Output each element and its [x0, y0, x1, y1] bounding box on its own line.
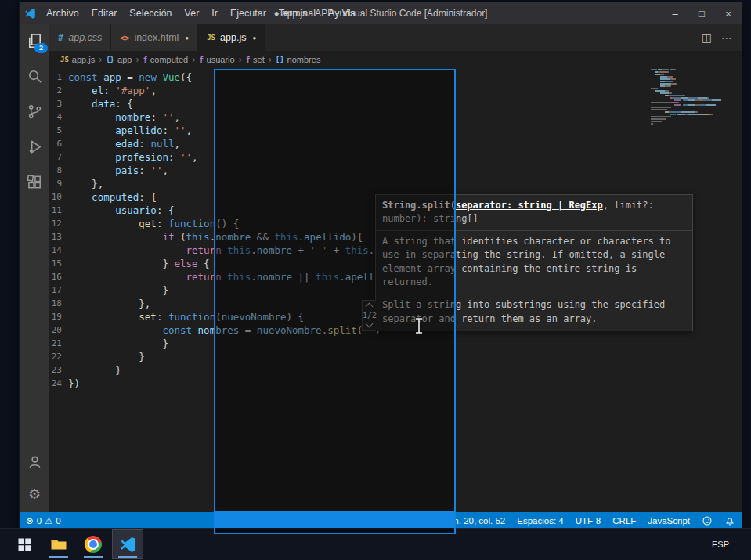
line-number: 5 — [49, 124, 68, 137]
menu-archivo[interactable]: Archivo — [40, 2, 85, 24]
breadcrumb-label: nombres — [287, 55, 321, 64]
minimap-line — [651, 102, 732, 103]
line-number: 21 — [49, 337, 68, 350]
code-text: }, — [68, 177, 103, 190]
error-count: 0 — [37, 516, 42, 526]
minimap-line — [651, 123, 732, 125]
minimap-line — [651, 114, 732, 115]
line-number: 16 — [49, 270, 68, 284]
code-text: apellido: '', — [68, 124, 192, 137]
line-number: 3 — [49, 97, 68, 110]
line-number: 7 — [49, 150, 68, 164]
problems-indicator[interactable]: ⊗ 0 ⚠ 0 — [26, 515, 61, 526]
breadcrumb-item-app-js[interactable]: JSapp.js — [60, 55, 95, 64]
code-text: }) — [68, 377, 80, 390]
code-text: computed: { — [68, 190, 157, 204]
breadcrumb-item-usuario[interactable]: ƒusuario — [199, 55, 235, 64]
more-actions-icon[interactable]: ⋯ — [721, 31, 732, 44]
code-text: }, — [68, 297, 150, 310]
menu-terminal[interactable]: Terminal — [273, 2, 322, 24]
notifications-bell-icon[interactable] — [724, 515, 735, 526]
symbol-file-icon: JS — [60, 56, 69, 63]
tab-index-html[interactable]: <>index.html● — [111, 24, 198, 51]
search-icon[interactable] — [24, 66, 45, 86]
chrome-icon[interactable] — [78, 530, 108, 558]
code-text: profesion: '', — [68, 150, 198, 164]
keyboard-language[interactable]: ESP — [707, 537, 734, 552]
menu-editar[interactable]: Editar — [85, 2, 124, 24]
line-number: 13 — [49, 230, 68, 244]
code-text: } — [68, 363, 121, 377]
breadcrumb-item-nombres[interactable]: []nombres — [276, 55, 321, 64]
start-button[interactable] — [9, 530, 39, 558]
code-text: const app = new Vue({ — [68, 70, 192, 84]
code-text: data: { — [68, 97, 133, 110]
js-file-icon: JS — [207, 34, 215, 42]
feedback-smiley-icon[interactable] — [702, 515, 713, 526]
code-text: usuario: { — [68, 204, 174, 217]
account-icon[interactable] — [24, 451, 45, 471]
split-editor-icon[interactable]: ◫ — [702, 31, 712, 44]
menu-ayuda[interactable]: Ayuda — [322, 2, 362, 24]
minimap-line — [651, 97, 732, 99]
settings-gear-icon[interactable]: ⚙ — [24, 484, 45, 504]
file-explorer-icon[interactable] — [44, 530, 74, 558]
explorer-icon[interactable]: 2 — [24, 31, 45, 51]
minimap-line — [651, 116, 732, 117]
breadcrumb-label: app.js — [72, 55, 95, 64]
minimap-line — [651, 81, 732, 82]
modified-dot-icon: ● — [252, 34, 256, 42]
indentation[interactable]: Espacios: 4 — [517, 516, 563, 526]
menu-selecci-n[interactable]: Selección — [123, 2, 178, 24]
minimap-line — [651, 71, 732, 73]
menu-ir[interactable]: Ir — [205, 2, 224, 24]
run-debug-icon[interactable] — [24, 136, 45, 157]
minimize-button[interactable]: – — [662, 2, 688, 24]
screen-region-overlay — [214, 69, 456, 534]
vscode-taskbar-icon[interactable] — [113, 530, 143, 558]
line-number: 18 — [49, 297, 68, 310]
line-number: 24 — [49, 377, 68, 390]
running-indicator — [84, 556, 103, 558]
eol-sequence[interactable]: CRLF — [612, 516, 636, 526]
code-text: pais: '', — [68, 164, 168, 177]
breadcrumb: JSapp.js›{}app›ƒcomputed›ƒusuario›ƒset›[… — [49, 51, 742, 67]
tab-app-css[interactable]: #app.css — [49, 24, 111, 51]
extensions-icon[interactable] — [24, 172, 45, 192]
minimap-line — [651, 118, 732, 120]
line-number: 23 — [49, 363, 68, 377]
menu-ejecutar[interactable]: Ejecutar — [224, 2, 273, 24]
tab-app-js[interactable]: JSapp.js● — [198, 24, 265, 51]
breadcrumb-label: usuario — [207, 55, 235, 64]
minimap-line — [651, 90, 732, 92]
chevron-right-icon: › — [135, 54, 139, 65]
menu-ver[interactable]: Ver — [179, 2, 206, 24]
menu-bar: ArchivoEditarSelecciónVerIrEjecutarTermi… — [40, 2, 362, 24]
line-number: 8 — [49, 164, 68, 177]
breadcrumb-item-set[interactable]: ƒset — [246, 55, 265, 64]
maximize-button[interactable]: □ — [688, 2, 715, 24]
breadcrumb-item-computed[interactable]: ƒcomputed — [143, 55, 188, 64]
line-number: 4 — [49, 110, 68, 124]
encoding[interactable]: UTF-8 — [576, 516, 601, 526]
language-mode[interactable]: JavaScript — [648, 516, 690, 526]
line-number: 10 — [49, 190, 68, 204]
close-button[interactable]: × — [715, 2, 742, 24]
tab-label: app.js — [220, 32, 246, 43]
code-text: edad: null, — [68, 137, 180, 150]
tab-bar: #app.css<>index.html●JSapp.js● ◫ ⋯ — [49, 24, 742, 51]
running-indicator — [49, 556, 68, 558]
breadcrumb-label: app — [117, 55, 132, 64]
source-control-icon[interactable] — [24, 101, 45, 121]
line-number: 20 — [49, 323, 68, 337]
minimap-line — [651, 107, 732, 108]
minimap-line — [651, 92, 732, 94]
breadcrumb-item-app[interactable]: {}app — [106, 55, 132, 64]
running-indicator — [118, 556, 137, 558]
desktop: ArchivoEditarSelecciónVerIrEjecutarTermi… — [0, 0, 751, 560]
minimap[interactable] — [651, 69, 732, 125]
line-number: 14 — [49, 244, 68, 257]
symbol-fn-icon: ƒ — [246, 56, 250, 63]
line-number: 17 — [49, 284, 68, 297]
activity-bar: 2 — [20, 24, 49, 512]
